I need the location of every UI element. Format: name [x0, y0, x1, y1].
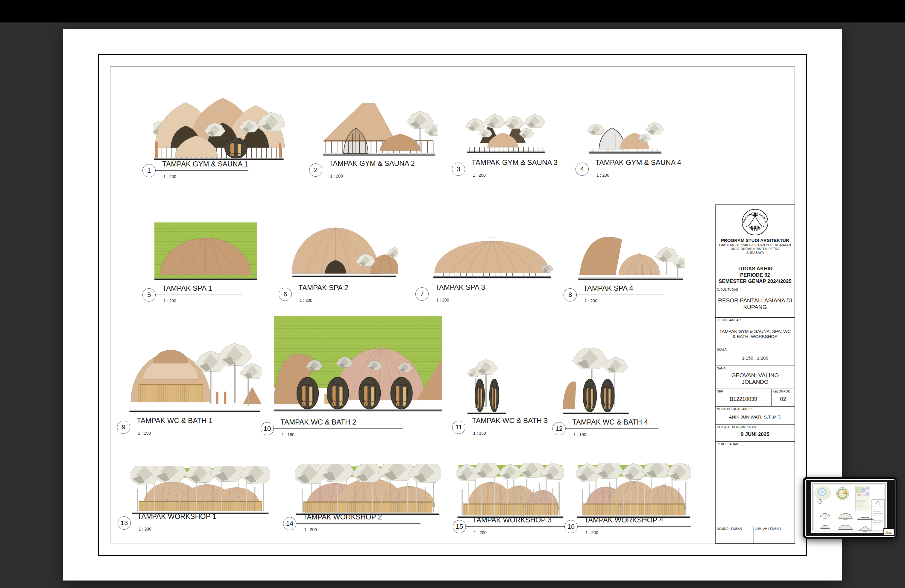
drawing-title: TAMPAK SPA 3 [435, 283, 485, 292]
field-mentor: MENTOR TUGAS AKHIR ANIK JUNIWATI, S.T.,M… [716, 406, 795, 424]
elevation-figure: 16 TAMPAK WORKSHOP 4 1 : 200 [576, 463, 695, 540]
field-nomor-lembar: NOMOR LEMBAR [716, 526, 754, 544]
title-block: UNIVERSITAS KRISTEN PETRA [715, 205, 795, 544]
drawing-title: TAMPAK GYM & SAUNA 4 [595, 158, 681, 167]
elevation-figure: 15 TAMPAK WORKSHOP 3 1 : 200 [456, 463, 577, 540]
drawing-number-badge: 13 [117, 516, 131, 530]
drawing-underline [428, 294, 513, 294]
elevation-render [290, 213, 398, 280]
drawing-scale: 1 : 200 [164, 299, 176, 303]
drawing-scale: 1 : 200 [138, 527, 151, 531]
drawing-number-badge: 15 [453, 520, 466, 533]
drawing-number: 2 [314, 166, 318, 174]
assignment-line1: TUGAS AKHIR [716, 265, 795, 272]
elevation-render [465, 355, 506, 416]
drawing-number: 3 [457, 165, 460, 173]
drawing-title: TAMPAK WC & BATH 2 [280, 418, 356, 426]
elevation-figure: 10 TAMPAK WC & BATH 2 1 : 150 [274, 316, 442, 442]
field-nama: NAMA GEOVANI VALINO JOLANDO [716, 366, 795, 389]
field-value: GEOVANI VALINO JOLANDO [716, 366, 795, 389]
drawing-number-badge: 14 [283, 517, 296, 530]
elevation-render [128, 321, 262, 415]
elevation-render [576, 463, 691, 520]
drawing-underline [273, 428, 403, 429]
field-pengesahan: PENGESAHAN [716, 441, 795, 526]
elevation-render [587, 114, 664, 155]
title-block-institution: UNIVERSITAS KRISTEN PETRA [716, 205, 795, 263]
field-value: TAMPAK GYM & SAUNA; SPA; WC & BATH; WORK… [716, 318, 795, 347]
top-bar [0, 0, 905, 22]
field-label: JUMLAH LEMBAR [755, 527, 781, 531]
drawing-title: TAMPAK SPA 1 [162, 284, 212, 292]
elevation-figure: 9 TAMPAK WC & BATH 1 1 : 150 [128, 321, 262, 441]
drawing-scale: 1 : 200 [473, 173, 486, 178]
drawing-number: 6 [283, 291, 287, 298]
drawing-scale: 1 : 200 [597, 173, 609, 178]
university-name: UNIVERSITAS KRISTEN PETRA [716, 247, 795, 251]
elevation-render [274, 316, 442, 416]
drawing-number-badge: 11 [452, 421, 465, 434]
drawing-number-badge: 12 [553, 422, 566, 435]
drawing-number: 5 [147, 291, 151, 299]
drawing-underline [588, 169, 681, 169]
elevation-figure: 4 TAMPAK GYM & SAUNA 4 1 : 200 [587, 114, 684, 183]
field-label: PENGESAHAN [717, 442, 738, 446]
field-judul-tugas: JUDUL TUGAS RESOR PANTAI LASIANA DI KUPA… [716, 287, 795, 317]
drawing-scale: 1 : 200 [330, 174, 343, 178]
field-tanggal: TANGGAL PENGUMPULAN 9 JUNI 2025 [716, 424, 795, 441]
drawing-number: 1 [147, 167, 151, 175]
drawing-number: 4 [580, 165, 584, 173]
preview-nested-thumbnail [883, 528, 894, 536]
drawing-title: TAMPAK WORKSHOP 2 [303, 513, 382, 521]
page-preview-window[interactable] [803, 477, 897, 539]
elevation-figure: 3 TAMPAK GYM & SAUNA 3 1 : 200 [465, 109, 547, 183]
elevation-render [456, 463, 564, 520]
drawing-number: 15 [456, 523, 463, 531]
elevation-render [431, 225, 553, 280]
field-value: RESOR PANTAI LASIANA DI KUPANG [716, 287, 795, 317]
drawing-underline [296, 523, 421, 524]
field-lembar: NOMOR LEMBAR JUMLAH LEMBAR [716, 526, 795, 544]
elevation-figure: 8 TAMPAK SPA 4 1 : 200 [576, 225, 685, 309]
elevation-render [295, 464, 441, 516]
drawing-underline [565, 428, 658, 429]
preview-sheet-thumbnail [811, 482, 888, 533]
drawing-scale: 1 : 200 [437, 297, 449, 302]
drawing-number-badge: 4 [575, 162, 589, 176]
drawing-number-badge: 16 [564, 520, 578, 533]
drawing-number-badge: 2 [309, 164, 322, 176]
drawing-scale: 1 : 200 [300, 298, 313, 303]
assignment-line3: SEMESTER GENAP 2024/2025 [716, 278, 795, 284]
program-name: PROGRAM STUDI ARSITEKTUR [716, 238, 795, 243]
drawing-scale: 1 : 150 [473, 431, 486, 435]
drawing-title: TAMPAK WC & BATH 4 [572, 418, 648, 426]
drawing-underline [465, 526, 573, 527]
drawing-scale: 1 : 200 [474, 530, 487, 535]
elevation-figure: 14 TAMPAK WORKSHOP 2 1 : 200 [295, 464, 441, 537]
drawing-title: TAMPAK GYM & SAUNA 1 [162, 160, 248, 168]
drawing-title: TAMPAK WORKSHOP 3 [473, 516, 552, 524]
university-city: SURABAYA [716, 251, 795, 254]
drawing-number: 9 [122, 423, 125, 431]
drawing-title: TAMPAK GYM & SAUNA 2 [329, 159, 415, 168]
field-value: 1:150 , 1:200 [716, 347, 795, 366]
drawing-title: TAMPAK SPA 2 [298, 283, 348, 292]
assignment-line2: PERIODE 92 [716, 272, 795, 278]
elevation-render [576, 225, 685, 282]
drawing-underline [291, 294, 373, 294]
drawing-title: TAMPAK WORKSHOP 4 [584, 516, 663, 524]
university-logo: UNIVERSITAS KRISTEN PETRA [741, 208, 769, 236]
drawing-title: TAMPAK GYM & SAUNA 3 [472, 158, 557, 167]
elevation-figure: 13 TAMPAK WORKSHOP 1 1 : 200 [130, 466, 270, 537]
drawing-number: 14 [286, 520, 293, 528]
drawing-number: 16 [567, 523, 575, 531]
elevation-render [465, 109, 547, 154]
field-value: 02 [772, 389, 795, 406]
elevation-figure: 5 TAMPAK SPA 1 1 : 200 [154, 222, 257, 309]
viewer-background: { "palette": { "tan": "#d9b795", "tan_li… [0, 0, 905, 588]
elevation-figure: 2 TAMPAK GYM & SAUNA 2 1 : 200 [321, 98, 438, 184]
field-label: NOMOR LEMBAR [717, 527, 742, 531]
drawing-scale: 1 : 200 [304, 527, 317, 532]
drawing-number-badge: 5 [143, 288, 156, 302]
drawing-number: 11 [456, 423, 462, 431]
